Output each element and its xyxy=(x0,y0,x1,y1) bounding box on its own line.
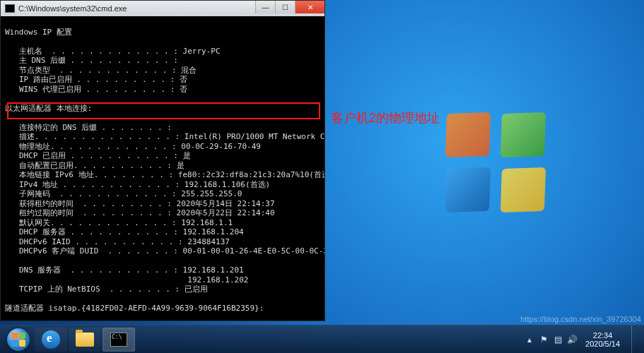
cmd-title-icon xyxy=(5,4,15,13)
system-tray: ▴ ⚑ ▤ 🔊 22:34 2020/5/14 xyxy=(525,325,641,354)
tray-chevron-up-icon[interactable]: ▴ xyxy=(525,335,534,345)
taskbar: ▴ ⚑ ▤ 🔊 22:34 2020/5/14 xyxy=(0,325,644,353)
physical-address-label: 物理地址 xyxy=(19,142,50,151)
watermark: https://blog.csdn.net/xin_39726304 xyxy=(520,315,641,323)
windows-logo-icon xyxy=(446,113,545,212)
tunnel-adapter-header: 隧道适配器 isatap.{4182FD02-AEFD-4A99-9639-90… xyxy=(5,304,264,313)
start-button[interactable] xyxy=(3,327,34,352)
eth-adapter-header: 以太网适配器 本地连接: xyxy=(5,104,92,113)
maximize-button[interactable]: ☐ xyxy=(275,1,295,13)
show-desktop-button[interactable] xyxy=(631,325,638,354)
clock-time: 22:34 xyxy=(585,331,620,340)
cmd-window: C:\Windows\system32\cmd.exe — ☐ ✕ Window… xyxy=(0,0,325,321)
close-button[interactable]: ✕ xyxy=(295,1,324,13)
volume-icon[interactable]: 🔊 xyxy=(567,335,577,345)
physical-address-value: 00-0C-29-16-70-49 xyxy=(181,142,261,151)
start-orb-icon xyxy=(7,328,30,351)
terminal-output[interactable]: Windows IP 配置 主机名 . . . . . . . . . . . … xyxy=(1,16,324,321)
action-center-icon[interactable]: ⚑ xyxy=(539,335,549,345)
folder-icon xyxy=(76,333,94,347)
cmd-icon xyxy=(110,333,127,347)
minimize-button[interactable]: — xyxy=(255,1,275,13)
clock-date: 2020/5/14 xyxy=(585,340,620,348)
taskbar-clock[interactable]: 22:34 2020/5/14 xyxy=(581,331,624,348)
internet-explorer-icon xyxy=(42,330,60,349)
taskbar-item-explorer[interactable] xyxy=(69,328,101,352)
window-title: C:\Windows\system32\cmd.exe xyxy=(18,4,127,13)
annotation-label: 客户机2的物理地址 xyxy=(331,109,440,126)
ipconfig-header: Windows IP 配置 xyxy=(5,28,72,37)
title-bar[interactable]: C:\Windows\system32\cmd.exe — ☐ ✕ xyxy=(1,1,324,16)
taskbar-item-cmd[interactable] xyxy=(103,328,135,352)
network-icon[interactable]: ▤ xyxy=(553,335,563,345)
taskbar-item-ie[interactable] xyxy=(35,328,67,352)
